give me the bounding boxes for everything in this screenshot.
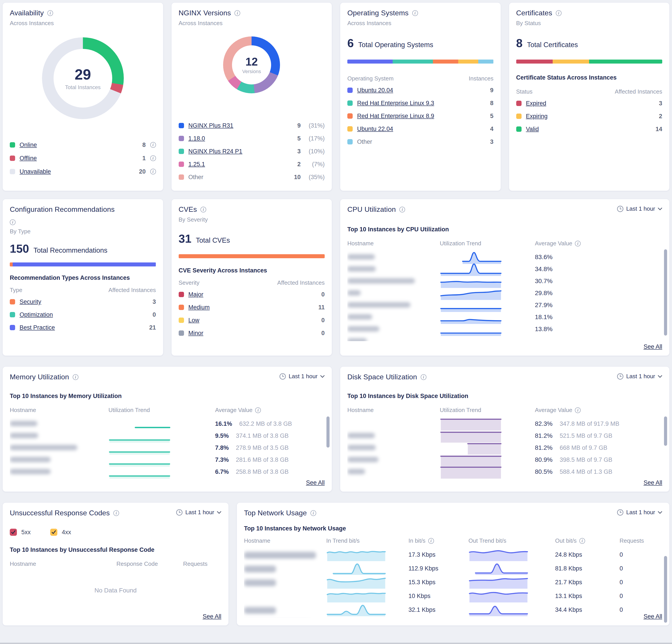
row-label[interactable]: Valid <box>526 126 539 133</box>
legend-percent: (35%) <box>305 174 325 181</box>
info-icon[interactable]: i <box>150 155 156 161</box>
disk-scrollbar[interactable] <box>664 416 667 446</box>
row-label[interactable]: Security <box>20 298 41 305</box>
info-icon[interactable]: i <box>310 510 316 516</box>
info-icon[interactable]: i <box>255 407 261 413</box>
cpu-see-all-link[interactable]: See All <box>644 343 662 350</box>
info-icon[interactable]: i <box>73 374 79 380</box>
hostname-redacted[interactable] <box>347 444 440 452</box>
cpu-col-trend: Utilization Trend <box>440 240 502 247</box>
row-label[interactable]: Best Practice <box>20 324 55 331</box>
versions-donut-chart[interactable]: 12 Versions <box>223 36 280 93</box>
disk-time-range-select[interactable]: Last 1 hour <box>617 373 662 380</box>
trend-sparkline <box>440 310 502 324</box>
hostname-redacted[interactable] <box>244 551 326 559</box>
row-label[interactable]: Minor <box>189 330 204 337</box>
hostname-redacted[interactable] <box>10 444 108 452</box>
info-icon[interactable]: i <box>150 169 156 175</box>
row-label[interactable]: Expired <box>526 100 547 107</box>
info-icon[interactable]: i <box>556 10 562 16</box>
hostname-redacted[interactable] <box>347 265 440 273</box>
legend-label[interactable]: NGINX Plus R31 <box>189 122 233 129</box>
row-label[interactable]: Low <box>189 317 200 324</box>
row-label[interactable]: Optimization <box>20 311 53 318</box>
hostname-redacted[interactable] <box>10 468 108 476</box>
availability-donut-chart[interactable]: 29 Total Instances <box>42 37 124 119</box>
cpu-time-range-select[interactable]: Last 1 hour <box>617 205 662 212</box>
row-value: 0 <box>153 311 156 318</box>
average-value: 7.8% <box>215 444 229 451</box>
dashboard-row-1: Availability i Across Instances 29 Total… <box>2 2 670 191</box>
filter-5xx-checkbox[interactable]: 5xx <box>10 529 31 536</box>
row-label[interactable]: Red Hat Enterprise Linux 8.9 <box>357 113 434 120</box>
info-icon[interactable]: i <box>235 10 240 16</box>
hostname-redacted[interactable] <box>347 301 440 309</box>
hostname-redacted[interactable] <box>347 313 440 321</box>
info-icon[interactable]: i <box>399 207 405 213</box>
cpu-scrollbar[interactable] <box>664 249 667 336</box>
legend-label[interactable]: Offline <box>20 155 37 162</box>
hostname-redacted[interactable] <box>244 564 326 573</box>
info-icon[interactable]: i <box>412 10 418 16</box>
table-row: 7.8%278.9 MB of 3.5 GB <box>10 441 325 453</box>
trend-sparkline <box>440 441 502 455</box>
memory-time-range-select[interactable]: Last 1 hour <box>279 373 325 380</box>
legend-label[interactable]: 1.25.1 <box>189 161 205 168</box>
legend-label[interactable]: 1.18.0 <box>189 135 205 142</box>
legend-color-chip <box>10 169 15 174</box>
network-scrollbar[interactable] <box>664 556 667 623</box>
hostname-redacted[interactable] <box>10 420 108 428</box>
hostname-redacted[interactable] <box>347 253 440 261</box>
out-trend-cell <box>468 562 528 575</box>
row-label[interactable]: Red Hat Enterprise Linux 9.3 <box>357 100 434 107</box>
hostname-redacted[interactable] <box>244 578 326 586</box>
in-trend-cell <box>326 603 386 617</box>
hostname-redacted[interactable] <box>10 432 108 440</box>
hostname-redacted[interactable] <box>347 289 440 297</box>
response-codes-time-range-select[interactable]: Last 1 hour <box>176 509 221 516</box>
network-see-all-link[interactable]: See All <box>644 613 662 620</box>
info-icon[interactable]: i <box>201 207 206 213</box>
row-label[interactable]: Ubuntu 20.04 <box>357 87 393 94</box>
row-label[interactable]: Expiring <box>526 113 548 120</box>
os-table: Ubuntu 20.049Red Hat Enterprise Linux 9.… <box>347 84 494 148</box>
row-label[interactable]: Medium <box>189 304 210 311</box>
memory-scrollbar[interactable] <box>326 416 329 448</box>
hostname-redacted[interactable] <box>347 277 440 285</box>
value-cell: 30.7% <box>502 277 662 285</box>
time-range-value: Last 1 hour <box>626 205 655 212</box>
row-label[interactable]: Ubuntu 22.04 <box>357 126 393 132</box>
hostname-redacted[interactable] <box>10 456 108 464</box>
filter-4xx-checkbox[interactable]: 4xx <box>50 529 71 536</box>
info-icon[interactable]: i <box>428 538 434 544</box>
info-icon[interactable]: i <box>150 142 156 148</box>
disk-see-all-link[interactable]: See All <box>644 479 662 486</box>
response-codes-see-all-link[interactable]: See All <box>203 613 221 620</box>
legend-label[interactable]: Unavailable <box>20 168 51 175</box>
info-icon[interactable]: i <box>113 510 119 516</box>
status-code-filters: 5xx4xx <box>10 529 221 536</box>
memory-see-all-link[interactable]: See All <box>306 479 325 486</box>
hostname-redacted[interactable] <box>347 456 440 464</box>
info-icon[interactable]: i <box>575 407 581 413</box>
value-cell: 83.6% <box>502 253 662 261</box>
info-icon[interactable]: i <box>421 374 427 380</box>
info-icon[interactable]: i <box>47 10 53 16</box>
row-label[interactable]: Major <box>189 291 204 298</box>
checkbox-checked[interactable] <box>50 529 57 536</box>
info-icon[interactable]: i <box>575 241 581 247</box>
legend-label[interactable]: Online <box>20 142 37 148</box>
info-icon[interactable]: i <box>10 219 15 225</box>
info-icon[interactable]: i <box>579 538 585 544</box>
hostname-redacted[interactable] <box>347 468 440 476</box>
legend-item: 1.18.05(17%) <box>179 132 325 145</box>
legend-label[interactable]: NGINX Plus R24 P1 <box>189 148 242 155</box>
network-time-range-select[interactable]: Last 1 hour <box>617 509 662 516</box>
in-value: 32.1 Kbps <box>386 606 468 613</box>
config-stacked-bar <box>10 262 156 266</box>
hostname-redacted[interactable] <box>347 337 440 341</box>
checkbox-checked[interactable] <box>10 529 17 536</box>
hostname-redacted[interactable] <box>347 432 440 440</box>
hostname-redacted[interactable] <box>347 325 440 333</box>
hostname-redacted[interactable] <box>244 606 326 614</box>
